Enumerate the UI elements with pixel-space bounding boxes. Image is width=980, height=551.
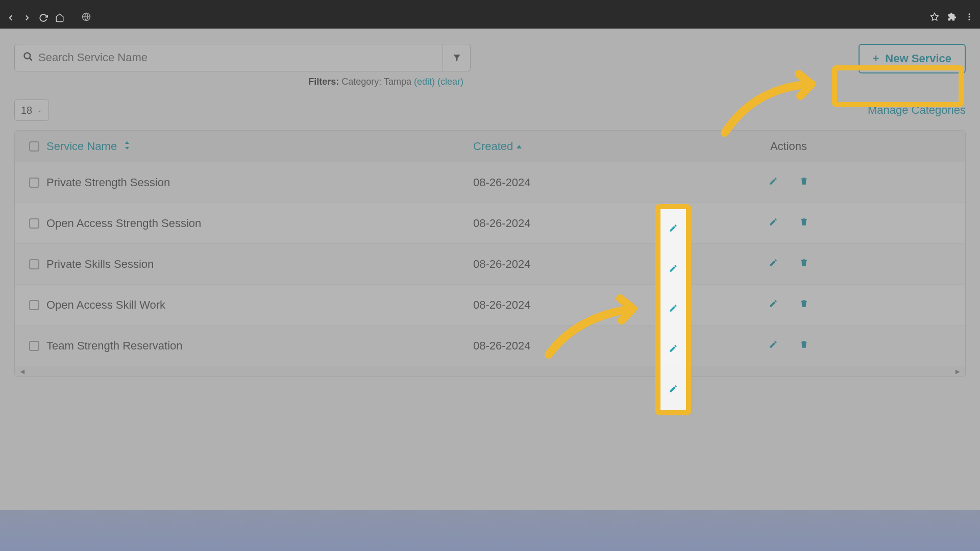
search-icon	[23, 52, 33, 64]
table-row: Private Strength Session08-26-2024	[15, 162, 965, 203]
header-actions: Actions	[626, 140, 951, 153]
search-input-wrap[interactable]	[14, 44, 443, 71]
trash-icon[interactable]	[799, 217, 808, 229]
filters-edit-link[interactable]: (edit)	[414, 77, 435, 87]
filters-text: Filters: Category: Tampa (edit) (clear)	[14, 77, 471, 87]
browser-toolbar	[0, 7, 980, 29]
page-content: Filters: Category: Tampa (edit) (clear) …	[0, 29, 980, 510]
created-date: 08-26-2024	[473, 258, 531, 270]
page-size-select[interactable]: 18	[14, 99, 49, 121]
row-checkbox[interactable]	[29, 178, 39, 188]
filters-label: Filters:	[308, 77, 339, 87]
header-created[interactable]: Created	[473, 140, 626, 153]
scroll-right-icon[interactable]: ►	[954, 367, 961, 375]
trash-icon[interactable]	[799, 177, 808, 188]
created-date: 08-26-2024	[473, 176, 531, 189]
plus-icon: +	[873, 52, 879, 65]
star-icon[interactable]	[930, 12, 939, 24]
svg-marker-1	[931, 13, 939, 20]
browser-tabs-bar	[0, 0, 980, 7]
row-checkbox[interactable]	[29, 218, 39, 229]
filters-clear-link[interactable]: (clear)	[437, 77, 463, 87]
service-name: Private Skills Session	[46, 258, 154, 271]
table-header: Service Name Created Actions	[15, 131, 965, 162]
edit-icon[interactable]	[769, 299, 778, 311]
service-name: Private Strength Session	[46, 176, 170, 189]
globe-icon	[82, 12, 91, 24]
filter-button[interactable]	[443, 44, 471, 71]
header-service-name[interactable]: Service Name	[29, 140, 473, 153]
service-name: Team Strength Reservation	[46, 339, 183, 353]
sort-asc-icon	[516, 143, 522, 152]
svg-point-3	[969, 16, 970, 17]
trash-icon[interactable]	[799, 340, 808, 352]
header-name-label: Service Name	[46, 140, 117, 153]
svg-line-6	[30, 58, 32, 60]
scroll-left-icon[interactable]: ◄	[19, 367, 26, 375]
back-icon[interactable]	[6, 13, 15, 22]
reload-icon[interactable]	[39, 13, 48, 22]
edit-icon[interactable]	[769, 217, 778, 229]
created-date: 08-26-2024	[473, 217, 531, 230]
search-input[interactable]	[38, 51, 434, 64]
table-row: Team Strength Reservation08-26-2024	[15, 325, 965, 366]
forward-icon[interactable]	[22, 13, 32, 22]
menu-dots-icon[interactable]	[965, 12, 974, 24]
manage-categories-link[interactable]: Manage Categories	[868, 104, 966, 117]
created-date: 08-26-2024	[473, 298, 531, 311]
new-service-button[interactable]: + New Service	[859, 44, 966, 73]
new-service-label: New Service	[885, 52, 951, 65]
row-checkbox[interactable]	[29, 300, 39, 310]
service-name: Open Access Strength Session	[46, 217, 201, 230]
table-scrollbar[interactable]: ◄ ►	[15, 366, 965, 377]
table-row: Private Skills Session08-26-2024	[15, 244, 965, 285]
home-icon[interactable]	[55, 13, 64, 22]
header-actions-label: Actions	[770, 140, 807, 153]
row-checkbox[interactable]	[29, 259, 39, 269]
trash-icon[interactable]	[799, 258, 808, 270]
select-all-checkbox[interactable]	[29, 141, 39, 152]
header-created-label: Created	[473, 140, 513, 153]
page-size-value: 18	[21, 105, 32, 116]
filters-value: Category: Tampa	[341, 77, 411, 87]
extensions-icon[interactable]	[947, 12, 957, 24]
row-checkbox[interactable]	[29, 341, 39, 351]
chevron-down-icon	[37, 105, 42, 116]
address-bar-area[interactable]	[71, 12, 923, 24]
edit-icon[interactable]	[769, 258, 778, 270]
table-row: Open Access Skill Work08-26-2024	[15, 285, 965, 325]
services-table: Service Name Created Actions Private Str…	[14, 130, 966, 377]
svg-point-4	[969, 18, 970, 20]
sort-icon	[124, 141, 130, 151]
svg-point-2	[969, 13, 970, 15]
edit-icon[interactable]	[769, 340, 778, 352]
created-date: 08-26-2024	[473, 339, 531, 352]
svg-point-5	[24, 53, 31, 59]
table-row: Open Access Strength Session08-26-2024	[15, 203, 965, 244]
service-name: Open Access Skill Work	[46, 298, 165, 312]
trash-icon[interactable]	[799, 299, 808, 311]
edit-icon[interactable]	[769, 177, 778, 188]
